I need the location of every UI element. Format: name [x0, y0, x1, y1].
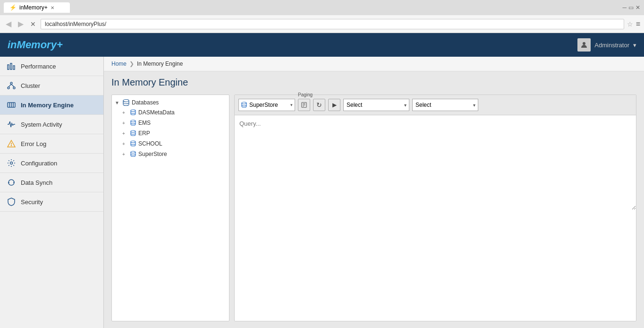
tree-row-dasmetadata[interactable]: + DASMetaData	[122, 108, 226, 117]
tree-children: + DASMetaData	[115, 107, 226, 159]
svg-point-22	[242, 102, 246, 104]
sidebar-label-system-activity: System Activity	[21, 121, 62, 128]
tree-expand-icon: ▼	[115, 100, 120, 105]
tree-label-ems: EMS	[138, 120, 151, 126]
sidebar-item-error-log[interactable]: Error Log	[0, 134, 103, 154]
close-button[interactable]: ✕	[636, 4, 640, 11]
content-area: Home ❯ In Memory Engine In Memory Engine…	[104, 57, 644, 328]
svg-point-6	[13, 87, 15, 89]
db-selector[interactable]: SuperStore ▾	[238, 99, 295, 111]
db-icon-erp	[130, 130, 136, 137]
browser-toolbar: ◀ ▶ ✕ ☆ ≡	[0, 15, 644, 33]
tree-node-superstore: + SuperStore	[122, 149, 226, 159]
play-button[interactable]: ▶	[328, 99, 340, 111]
tree-node-dasmetadata: + DASMetaData	[122, 107, 226, 118]
db-icon-ems	[130, 120, 136, 126]
svg-point-14	[11, 146, 12, 146]
sidebar-item-data-synch[interactable]: Data Synch	[0, 173, 103, 192]
refresh-icon: ↻	[316, 101, 322, 109]
select2-wrapper[interactable]: Select Option 1 Option 2 ▾	[412, 99, 478, 111]
tree-row-school[interactable]: + SCHOOL	[122, 139, 226, 148]
sidebar-item-in-memory-engine[interactable]: In Memory Engine	[0, 95, 103, 115]
reload-stop-button[interactable]: ✕	[28, 19, 38, 29]
url-bar[interactable]	[41, 19, 624, 29]
sidebar-label-security: Security	[21, 199, 43, 206]
sidebar-label-memory: In Memory Engine	[21, 102, 74, 109]
paging-button[interactable]	[298, 99, 310, 111]
activity-icon	[7, 120, 16, 129]
browser-tab[interactable]: ⚡ inMemory+ ✕	[4, 2, 70, 13]
breadcrumb-home[interactable]: Home	[111, 60, 127, 67]
engine-layout: ▼ Databases +	[111, 95, 636, 321]
sidebar-item-performance[interactable]: Performance	[0, 57, 103, 76]
svg-point-18	[131, 120, 136, 122]
tree-row-superstore[interactable]: + SuperStore	[122, 150, 226, 158]
tree-row-erp[interactable]: + ERP	[122, 129, 226, 138]
breadcrumb-separator: ❯	[129, 60, 134, 67]
browser-titlebar: ⚡ inMemory+ ✕ ─ ▭ ✕	[0, 0, 644, 15]
tree-label-dasmetadata: DASMetaData	[138, 109, 175, 116]
user-label: Adminstrator	[594, 42, 629, 49]
performance-icon	[7, 61, 16, 71]
db-selector-arrow: ▾	[290, 103, 293, 107]
minimize-button[interactable]: ─	[622, 4, 627, 11]
browser-chrome: ⚡ inMemory+ ✕ ─ ▭ ✕ ◀ ▶ ✕ ☆ ≡	[0, 0, 644, 33]
tree-root-databases[interactable]: ▼ Databases	[115, 98, 226, 107]
tree-node-erp: + ERP	[122, 128, 226, 138]
tree-root-label: Databases	[132, 99, 159, 106]
tab-close-button[interactable]: ✕	[51, 5, 54, 10]
tree-panel: ▼ Databases +	[111, 95, 229, 321]
sidebar-label-cluster: Cluster	[21, 82, 40, 89]
svg-rect-1	[8, 65, 9, 69]
refresh-button[interactable]: ↻	[313, 99, 325, 111]
restore-button[interactable]: ▭	[628, 4, 634, 11]
sidebar-label-error-log: Error Log	[21, 140, 46, 147]
sidebar-label-configuration: Configuration	[21, 160, 57, 167]
synch-icon	[7, 178, 16, 187]
sidebar-label-data-synch: Data Synch	[21, 179, 52, 186]
back-button[interactable]: ◀	[4, 18, 13, 29]
db-selected-label: SuperStore	[249, 102, 278, 108]
page-content: In Memory Engine ▼ Databases	[104, 71, 644, 327]
paging-icon	[301, 102, 307, 108]
sidebar: Performance Cluster In Memory Engine Sys…	[0, 57, 104, 328]
sidebar-item-system-activity[interactable]: System Activity	[0, 115, 103, 134]
page-title: In Memory Engine	[111, 77, 636, 88]
tab-title: inMemory+	[19, 4, 48, 11]
svg-point-16	[123, 100, 129, 102]
svg-line-8	[11, 84, 14, 87]
db-icon-superstore	[130, 151, 136, 157]
sidebar-item-cluster[interactable]: Cluster	[0, 76, 103, 95]
tree-label-erp: ERP	[138, 130, 150, 137]
db-icon-dasmetadata	[130, 109, 136, 116]
browser-menu-button[interactable]: ≡	[636, 20, 640, 28]
expand-dasmetadata-icon: +	[122, 110, 128, 115]
bookmark-star-icon[interactable]: ☆	[627, 20, 633, 28]
databases-icon	[122, 99, 130, 106]
error-log-icon	[7, 139, 16, 148]
tree-row-ems[interactable]: + EMS	[122, 119, 226, 127]
tab-favicon: ⚡	[9, 4, 17, 11]
select1-dropdown[interactable]: Select Option 1 Option 2	[343, 99, 409, 111]
query-textarea[interactable]	[235, 115, 636, 210]
breadcrumb-current: In Memory Engine	[137, 60, 183, 67]
sidebar-item-security[interactable]: Security	[0, 192, 103, 212]
forward-button[interactable]: ▶	[16, 18, 25, 29]
tree-node-school: + SCHOOL	[122, 138, 226, 149]
expand-erp-icon: +	[122, 131, 128, 136]
tree-label-school: SCHOOL	[138, 140, 162, 147]
memory-icon	[7, 100, 16, 110]
expand-school-icon: +	[122, 141, 128, 147]
select1-wrapper[interactable]: Select Option 1 Option 2 ▾	[343, 99, 409, 111]
select2-dropdown[interactable]: Select Option 1 Option 2	[412, 99, 478, 111]
svg-rect-2	[10, 63, 12, 69]
app-logo: inMemory+	[8, 39, 63, 51]
sidebar-item-configuration[interactable]: Configuration	[0, 154, 103, 173]
play-icon: ▶	[332, 102, 337, 108]
expand-ems-icon: +	[122, 121, 128, 126]
user-menu[interactable]: Adminstrator ▾	[577, 38, 636, 52]
svg-point-21	[131, 151, 136, 153]
svg-point-19	[131, 130, 136, 132]
svg-line-7	[8, 84, 11, 87]
svg-point-17	[131, 110, 136, 112]
